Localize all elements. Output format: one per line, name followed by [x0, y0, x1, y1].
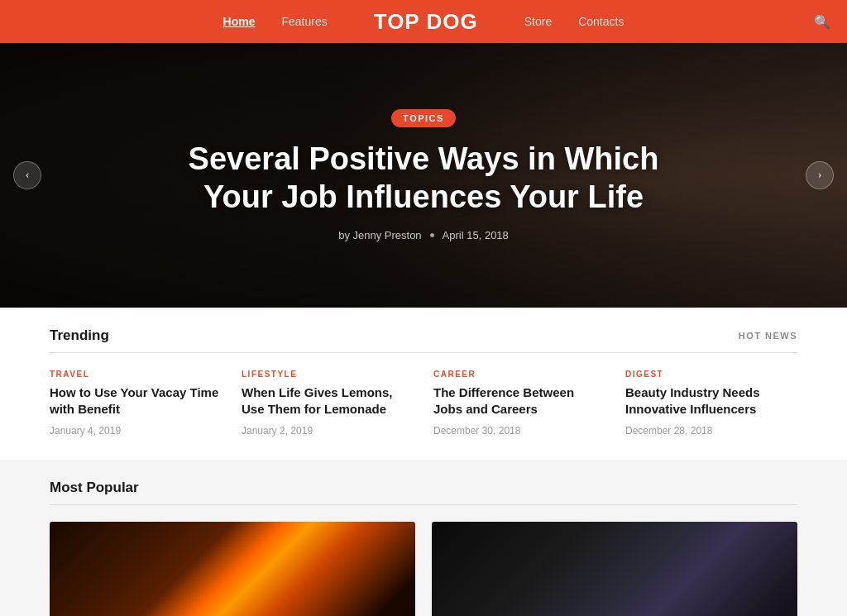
popular-header: Most Popular: [50, 480, 797, 505]
hero-meta-divider: [430, 233, 434, 237]
hero-date: April 15, 2018: [443, 229, 509, 241]
card-image-office: [432, 522, 797, 617]
trending-title: Trending: [50, 327, 109, 344]
trending-article-title[interactable]: Beauty Industry Needs Innovative Influen…: [625, 384, 797, 418]
hero-content: topics Several Positive Ways in Which Yo…: [134, 109, 713, 241]
list-item: TRAVEL How to Use Your Vacay Time with B…: [50, 370, 222, 437]
search-icon[interactable]: 🔍: [814, 14, 830, 30]
trending-date: January 2, 2019: [242, 425, 414, 437]
hero-meta: by Jenny Preston April 15, 2018: [151, 229, 696, 241]
header: Home Features TOP DOG Store Contacts 🔍: [0, 0, 847, 43]
site-logo: TOP DOG: [374, 9, 478, 35]
popular-title: Most Popular: [50, 480, 139, 496]
popular-section: Most Popular: [0, 460, 847, 617]
list-item: LIFESTYLE When Life Gives Lemons, Use Th…: [242, 370, 414, 437]
trending-date: January 4, 2019: [50, 425, 222, 437]
hero-next-button[interactable]: ›: [806, 161, 834, 189]
trending-category: DIGEST: [625, 370, 797, 379]
trending-date: December 28, 2018: [625, 425, 797, 437]
list-item: CAREER The Difference Between Jobs and C…: [433, 370, 605, 437]
hero-title: Several Positive Ways in Which Your Job …: [151, 141, 696, 216]
popular-grid: [50, 522, 797, 617]
trending-category: TRAVEL: [50, 370, 222, 379]
nav-features[interactable]: Features: [281, 15, 327, 28]
trending-category: CAREER: [433, 370, 605, 379]
trending-article-title[interactable]: How to Use Your Vacay Time with Benefit: [50, 384, 222, 418]
popular-card-office[interactable]: [432, 522, 797, 617]
trending-article-title[interactable]: The Difference Between Jobs and Careers: [433, 384, 605, 418]
trending-grid: TRAVEL How to Use Your Vacay Time with B…: [50, 370, 797, 437]
popular-card-city[interactable]: [50, 522, 415, 617]
nav-contacts[interactable]: Contacts: [578, 15, 624, 28]
hero-tag: topics: [391, 109, 456, 127]
nav-home[interactable]: Home: [223, 15, 256, 28]
hero-author: by Jenny Preston: [338, 229, 421, 241]
card-image-city-night: [50, 522, 415, 617]
trending-section: Trending HOT NEWS TRAVEL How to Use Your…: [0, 308, 847, 460]
hero-prev-button[interactable]: ‹: [13, 161, 41, 189]
trending-category: LIFESTYLE: [242, 370, 414, 379]
trending-header: Trending HOT NEWS: [50, 327, 797, 353]
list-item: DIGEST Beauty Industry Needs Innovative …: [625, 370, 797, 437]
nav-store[interactable]: Store: [524, 15, 552, 28]
trending-date: December 30, 2018: [433, 425, 605, 437]
trending-article-title[interactable]: When Life Gives Lemons, Use Them for Lem…: [242, 384, 414, 418]
hot-news-label: HOT NEWS: [739, 331, 797, 341]
header-nav: Home Features TOP DOG Store Contacts: [223, 9, 624, 35]
hero-section: ‹ topics Several Positive Ways in Which …: [0, 43, 847, 308]
